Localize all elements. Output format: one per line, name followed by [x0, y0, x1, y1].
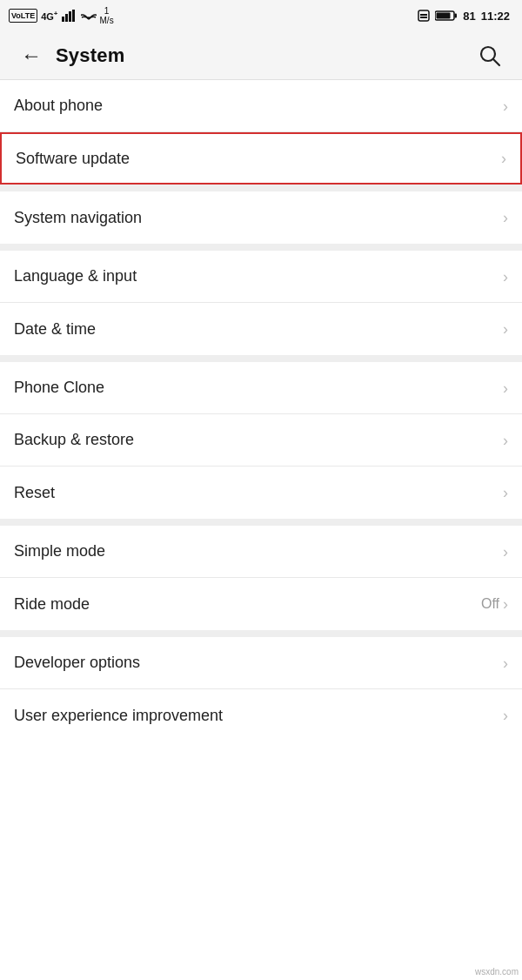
- chevron-icon: ›: [503, 485, 508, 500]
- svg-rect-1: [65, 14, 68, 22]
- phone-clone-label: Phone Clone: [14, 379, 104, 397]
- wifi-icon: [81, 10, 97, 22]
- menu-item-ride-mode[interactable]: Ride mode Off ›: [0, 578, 522, 630]
- backup-restore-right: ›: [503, 433, 508, 448]
- svg-rect-0: [62, 17, 64, 22]
- chevron-icon: ›: [501, 151, 506, 166]
- page-title: System: [56, 44, 472, 67]
- menu-item-about-phone[interactable]: About phone ›: [0, 80, 522, 132]
- menu-item-reset[interactable]: Reset ›: [0, 467, 522, 519]
- developer-options-right: ›: [503, 655, 508, 671]
- language-input-label: Language & input: [14, 267, 137, 285]
- clock: 11:22: [481, 10, 510, 23]
- chevron-icon: ›: [503, 596, 508, 612]
- menu-item-language-input[interactable]: Language & input ›: [0, 251, 522, 303]
- menu-item-backup-restore[interactable]: Backup & restore ›: [0, 414, 522, 467]
- section-divider-3: [0, 355, 522, 362]
- section-divider-4: [0, 519, 522, 526]
- menu-item-system-navigation[interactable]: System navigation ›: [0, 191, 522, 244]
- sim-icon: [418, 10, 430, 22]
- svg-rect-3: [72, 10, 75, 22]
- battery-level: 81: [463, 10, 475, 23]
- section-divider-2: [0, 244, 522, 251]
- system-navigation-right: ›: [503, 210, 508, 225]
- developer-options-label: Developer options: [14, 654, 140, 672]
- volte-badge: VoLTE: [9, 9, 37, 23]
- about-phone-right: ›: [503, 98, 508, 114]
- section-divider-1: [0, 185, 522, 191]
- about-phone-label: About phone: [14, 97, 103, 115]
- svg-rect-2: [69, 11, 71, 22]
- system-navigation-label: System navigation: [14, 209, 142, 227]
- section-group-4: Phone Clone › Backup & restore › Reset ›: [0, 362, 522, 519]
- section-group-6: Developer options › User experience impr…: [0, 637, 522, 742]
- section-group-1: About phone › Software update ›: [0, 80, 522, 185]
- ride-mode-value: Off: [481, 596, 499, 612]
- back-button[interactable]: ←: [14, 37, 49, 75]
- simple-mode-label: Simple mode: [14, 542, 105, 560]
- reset-label: Reset: [14, 484, 55, 502]
- battery-icon: [435, 10, 458, 22]
- chevron-icon: ›: [503, 98, 508, 114]
- chevron-icon: ›: [503, 321, 508, 337]
- svg-rect-6: [420, 17, 427, 18]
- search-button[interactable]: [472, 37, 508, 74]
- network-speed: 1M/s: [100, 6, 114, 25]
- search-icon: [478, 44, 501, 67]
- menu-item-developer-options[interactable]: Developer options ›: [0, 637, 522, 689]
- watermark: wsxdn.com: [475, 967, 519, 977]
- menu-item-software-update[interactable]: Software update ›: [0, 132, 522, 185]
- chevron-icon: ›: [503, 210, 508, 225]
- ride-mode-label: Ride mode: [14, 595, 90, 614]
- user-experience-right: ›: [503, 708, 508, 723]
- software-update-label: Software update: [16, 150, 130, 168]
- chevron-icon: ›: [503, 433, 508, 448]
- status-left: VoLTE 4G+ 1M/s: [9, 6, 114, 25]
- user-experience-label: User experience improvement: [14, 707, 223, 725]
- ride-mode-right: Off ›: [481, 596, 508, 612]
- backup-restore-label: Backup & restore: [14, 431, 134, 449]
- svg-rect-8: [455, 14, 458, 18]
- section-divider-5: [0, 630, 522, 637]
- chevron-icon: ›: [503, 269, 508, 285]
- network-type: 4G+: [41, 10, 57, 22]
- date-time-label: Date & time: [14, 320, 96, 339]
- simple-mode-right: ›: [503, 544, 508, 560]
- date-time-right: ›: [503, 321, 508, 337]
- chevron-icon: ›: [503, 708, 508, 723]
- menu-item-user-experience[interactable]: User experience improvement ›: [0, 689, 522, 742]
- back-icon: ←: [21, 44, 42, 68]
- svg-line-11: [493, 59, 499, 65]
- menu-item-simple-mode[interactable]: Simple mode ›: [0, 526, 522, 578]
- software-update-right: ›: [501, 151, 506, 166]
- status-bar: VoLTE 4G+ 1M/s 81: [0, 0, 522, 31]
- language-input-right: ›: [503, 269, 508, 285]
- menu-item-date-time[interactable]: Date & time ›: [0, 303, 522, 355]
- phone-clone-right: ›: [503, 380, 508, 396]
- chevron-icon: ›: [503, 544, 508, 560]
- top-nav: ← System: [0, 31, 522, 80]
- reset-right: ›: [503, 485, 508, 500]
- chevron-icon: ›: [503, 655, 508, 671]
- section-group-5: Simple mode › Ride mode Off ›: [0, 526, 522, 630]
- section-group-2: System navigation ›: [0, 191, 522, 244]
- section-group-3: Language & input › Date & time ›: [0, 251, 522, 355]
- chevron-icon: ›: [503, 380, 508, 396]
- signal-icon: [62, 10, 77, 22]
- status-right: 81 11:22: [418, 10, 510, 23]
- svg-rect-9: [437, 13, 451, 19]
- menu-item-phone-clone[interactable]: Phone Clone ›: [0, 362, 522, 414]
- svg-rect-5: [420, 14, 427, 16]
